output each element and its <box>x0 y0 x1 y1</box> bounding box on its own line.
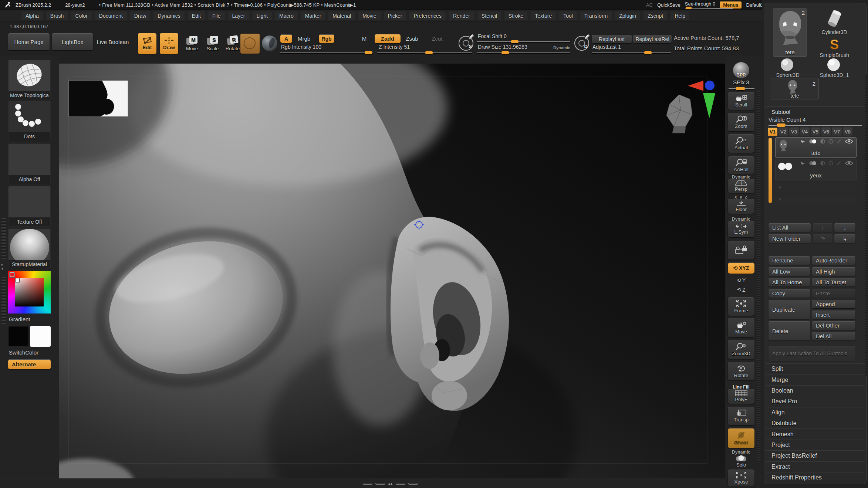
all-low-button[interactable]: All Low <box>769 267 810 276</box>
floor-grid-toggle[interactable]: Floor <box>728 199 754 214</box>
polyframe-toggle[interactable]: PolyF <box>728 389 754 404</box>
copy-button[interactable]: Copy <box>769 289 810 298</box>
aahalf-button[interactable]: AAHalf <box>728 156 754 174</box>
subtool-title[interactable]: Subtool <box>771 109 790 115</box>
menu-item[interactable]: Material <box>328 11 355 20</box>
rotate-z-button[interactable]: ⟲Z <box>728 285 754 294</box>
zoom-canvas-button[interactable]: Zoom <box>728 113 754 131</box>
subtool-action-row[interactable]: Boolean <box>766 385 865 396</box>
zadd-toggle[interactable]: Zadd <box>375 34 401 43</box>
menu-item[interactable]: Preferences <box>409 11 445 20</box>
subtool-version-tab[interactable]: V1 <box>768 128 777 136</box>
selected-tool-thumbnail[interactable]: 2 tete <box>773 9 807 57</box>
live-boolean-toggle[interactable]: Live Boolean <box>93 33 132 50</box>
rgb-toggle[interactable]: Rgb <box>319 34 334 43</box>
menu-item[interactable]: File <box>208 11 225 20</box>
current-texture-thumbnail[interactable]: Texture Off <box>8 186 51 227</box>
subtool-drag-icon[interactable] <box>800 139 805 144</box>
rotate-y-button[interactable]: ⟲Y <box>728 276 754 285</box>
paste-button[interactable]: Paste <box>812 289 855 298</box>
subtool-empty-slot[interactable] <box>775 183 857 192</box>
subtool-action-row[interactable]: Merge <box>766 374 865 385</box>
apply-last-action-button[interactable]: Apply Last Action To All Subtools <box>769 346 855 361</box>
polypaint-toggle-icon[interactable] <box>809 139 817 144</box>
color-picker[interactable] <box>8 271 51 314</box>
hue-cursor[interactable] <box>10 272 14 277</box>
rotate-canvas-button[interactable]: Rotate <box>728 362 754 380</box>
frame-mesh-button[interactable]: Frame <box>728 297 754 316</box>
rotate-xyz-button[interactable]: ⟲XYZ <box>728 262 754 274</box>
displacement-toggle-icon[interactable] <box>828 139 833 144</box>
draw-mode-button[interactable]: Draw <box>160 33 178 54</box>
transparency-toggle[interactable]: Transp <box>728 407 754 425</box>
mrgb-toggle[interactable]: Mrgb <box>295 35 313 42</box>
del-all-button[interactable]: Del All <box>812 332 855 340</box>
polypaint-toggle-icon[interactable] <box>809 161 817 166</box>
shelf-scrollbar[interactable] <box>757 91 760 460</box>
replay-last-button[interactable]: ReplayLast <box>592 35 632 43</box>
subtool-version-tab[interactable]: V5 <box>811 128 820 136</box>
viewport[interactable] <box>59 64 725 478</box>
subtool-action-row[interactable]: Redshift Properties <box>766 472 865 483</box>
subtool-version-tab[interactable]: V3 <box>789 128 799 136</box>
new-folder-button[interactable]: New Folder <box>769 234 811 243</box>
subtool-action-row[interactable]: Project BasRelief <box>766 450 865 461</box>
switch-color-button[interactable]: SwitchColor <box>9 349 38 356</box>
zoom3d-button[interactable]: Zoom3D <box>728 340 754 359</box>
panel-collapse-arrows[interactable]: ▸▾ <box>1 262 3 271</box>
subtool-action-row[interactable]: Bevel Pro <box>766 396 865 407</box>
current-color-swatch[interactable] <box>240 34 260 54</box>
subtool-item-yeux[interactable]: yeux <box>775 159 857 180</box>
paint-brush-icon[interactable] <box>837 139 842 144</box>
tool-sphere3d-1-thumbnail[interactable] <box>825 57 842 72</box>
zcut-toggle[interactable]: Zcut <box>428 35 447 42</box>
uv-toggle-icon[interactable] <box>820 161 825 166</box>
subtool-item-tete[interactable]: tete <box>775 137 857 158</box>
bpr-render-button[interactable]: BPR <box>728 61 754 80</box>
subtool-action-row[interactable]: Extract <box>766 461 865 472</box>
subtool-action-row[interactable]: Distribute <box>766 418 865 428</box>
edit-mode-button[interactable]: Edit <box>138 33 156 54</box>
secondary-color-swatch[interactable] <box>30 326 51 347</box>
menu-item[interactable]: Dynamics <box>153 11 184 20</box>
menu-item[interactable]: Light <box>253 11 272 20</box>
move-canvas-button[interactable]: Move <box>728 318 754 337</box>
menu-item[interactable]: Alpha <box>21 11 43 20</box>
menu-item[interactable]: Texture <box>531 11 556 20</box>
menu-item[interactable]: Tool <box>559 11 577 20</box>
current-stroke-thumbnail[interactable]: Dots <box>8 101 51 141</box>
menu-item[interactable]: Help <box>671 11 689 20</box>
alternate-toggle[interactable]: Alternate <box>8 359 51 369</box>
gradient-label[interactable]: Gradient <box>9 316 30 322</box>
material-preview-sphere[interactable] <box>262 35 277 51</box>
menu-item[interactable]: Color <box>71 11 91 20</box>
panel-grip[interactable] <box>1 277 6 325</box>
local-symmetry-toggle[interactable]: L.Sym <box>728 221 754 237</box>
scroll-canvas-button[interactable]: Scroll <box>728 92 754 110</box>
move-subtool-down-button[interactable]: ↓ <box>834 223 855 232</box>
visibility-eye-icon[interactable] <box>845 139 853 144</box>
document-preview-thumbnail[interactable] <box>69 81 128 116</box>
menu-item[interactable]: Render <box>449 11 474 20</box>
see-through-slider[interactable]: See-through 0 <box>685 1 715 9</box>
zsub-toggle[interactable]: Zsub <box>402 35 422 42</box>
tool-simplebrush-thumbnail[interactable]: S <box>826 37 842 52</box>
stroke-flyout-icon[interactable]: S <box>459 36 473 51</box>
displacement-toggle-icon[interactable] <box>828 161 833 166</box>
timeline-scrubber[interactable]: ▴▴ <box>360 481 421 487</box>
scrub-up-icon[interactable]: ▴▴ <box>388 482 392 485</box>
all-to-home-button[interactable]: All To Home <box>769 278 810 287</box>
see-through-track[interactable] <box>685 8 733 9</box>
main-color-swatch[interactable] <box>8 326 29 347</box>
quicksave-button[interactable]: QuickSave <box>657 2 680 8</box>
menu-item[interactable]: Transform <box>580 11 612 20</box>
panel-grip[interactable] <box>1 218 6 259</box>
a-toggle-button[interactable]: A <box>280 34 292 43</box>
duplicate-button[interactable]: Duplicate <box>769 300 810 319</box>
subtool-version-tab[interactable]: V8 <box>843 128 852 136</box>
subtool-action-row[interactable]: Project <box>766 440 865 450</box>
append-button[interactable]: Append <box>812 300 855 308</box>
replay-last-rel-button[interactable]: ReplayLastRel <box>633 35 672 43</box>
menu-item[interactable]: Marker <box>301 11 325 20</box>
current-alpha-thumbnail[interactable]: Alpha Off <box>8 143 51 184</box>
